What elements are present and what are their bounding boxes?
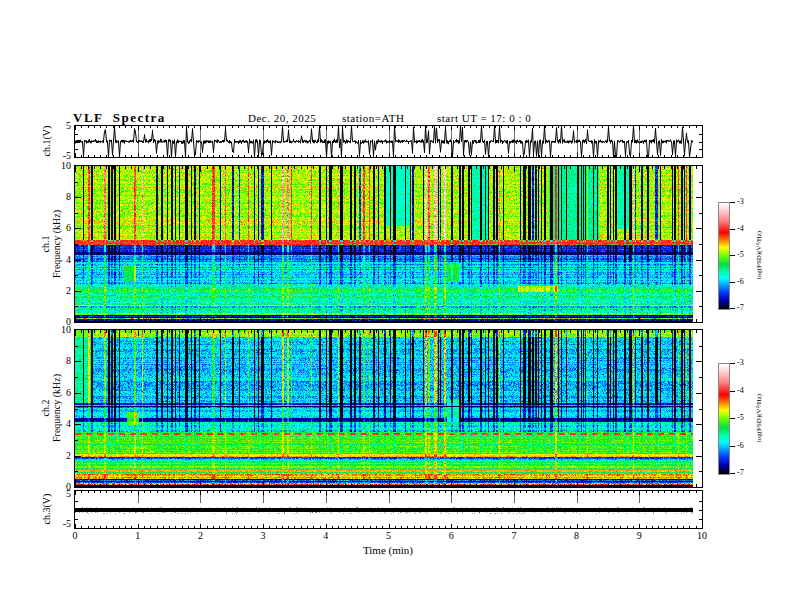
ch1-spectrogram-canvas	[75, 166, 702, 322]
x-tick-label: 4	[311, 530, 341, 541]
colorbar-tick	[730, 473, 735, 474]
panel-ch1-waveform	[74, 125, 703, 158]
x-tick-label: 9	[624, 530, 654, 541]
colorbar-tick-label: -7	[737, 303, 757, 312]
header-date: Dec. 20, 2025	[248, 112, 316, 124]
freq-tick-label: 2	[41, 450, 71, 461]
freq-tick-label: 4	[41, 254, 71, 265]
colorbar-tick-label: -5	[737, 413, 757, 422]
freq-tick-label: 2	[41, 285, 71, 296]
colorbar-tick	[730, 363, 735, 364]
colorbar-tick	[730, 202, 735, 203]
x-tick-label: 6	[436, 530, 466, 541]
colorbar-tick	[730, 255, 735, 256]
colorbar-tick	[730, 282, 735, 283]
freq-tick-label: 6	[41, 222, 71, 233]
ch3-waveform-canvas	[75, 491, 702, 528]
colorbar-tick-label: -6	[737, 441, 757, 450]
ch1-waveform-canvas	[75, 126, 702, 157]
freq-tick-label: 4	[41, 418, 71, 429]
figure-title: VLF Spectra	[73, 110, 166, 126]
header-start-ut: start UT = 17: 0 : 0	[437, 112, 531, 124]
colorbar-tick-label: -6	[737, 277, 757, 286]
x-tick-label: 3	[248, 530, 278, 541]
x-axis-label: Time (min)	[338, 544, 438, 556]
x-tick-label: 8	[562, 530, 592, 541]
x-tick-label: 1	[123, 530, 153, 541]
freq-tick-label: 10	[41, 160, 71, 171]
freq-tick-label: 6	[41, 387, 71, 398]
panel-ch2-spectrogram	[74, 329, 703, 488]
colorbar-tick	[730, 308, 735, 309]
x-tick-label: 7	[499, 530, 529, 541]
colorbar-tick-label: -4	[737, 386, 757, 395]
colorbar-tick-label: -3	[737, 358, 757, 367]
colorbar-tick-label: -4	[737, 224, 757, 233]
x-tick-label: 0	[60, 530, 90, 541]
volt-tick-label: -5	[41, 518, 71, 529]
freq-tick-label: 10	[41, 324, 71, 335]
freq-tick-label: 8	[41, 355, 71, 366]
ch2-spectrogram-canvas	[75, 330, 702, 487]
colorbar-tick	[730, 229, 735, 230]
x-tick-label: 10	[687, 530, 717, 541]
colorbar-ch1	[718, 202, 730, 310]
ch2-spectrogram-ylabel: ch.2 Frequency (kHz)	[40, 374, 62, 442]
freq-tick-label: 8	[41, 191, 71, 202]
panel-ch1-spectrogram	[74, 165, 703, 323]
colorbar-tick	[730, 391, 735, 392]
volt-tick-label: -5	[41, 150, 71, 161]
vlf-spectra-figure: VLF Spectra Dec. 20, 2025 station=ATH st…	[0, 0, 792, 612]
colorbar-ch2	[718, 363, 730, 475]
colorbar-tick	[730, 418, 735, 419]
colorbar-tick-label: -7	[737, 468, 757, 477]
colorbar-tick-label: -3	[737, 197, 757, 206]
header-station: station=ATH	[342, 112, 404, 124]
volt-tick-label: 5	[41, 488, 71, 499]
x-tick-label: 5	[374, 530, 404, 541]
panel-ch3-waveform	[74, 490, 703, 529]
ch1-spectrogram-ylabel: ch.1 Frequency (kHz)	[40, 210, 62, 278]
colorbar-tick	[730, 446, 735, 447]
volt-tick-label: 5	[41, 120, 71, 131]
colorbar-tick-label: -5	[737, 250, 757, 259]
x-tick-label: 2	[185, 530, 215, 541]
